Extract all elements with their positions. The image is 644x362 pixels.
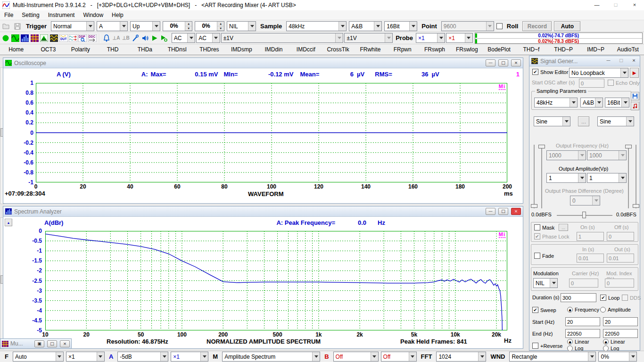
- derived-data-point-icon[interactable]: [69, 33, 77, 43]
- level-b-coarse-slider[interactable]: [628, 145, 629, 208]
- sweep-end-a-input[interactable]: 22050: [565, 329, 600, 338]
- minimize-button[interactable]: —: [603, 58, 613, 65]
- menu-setting[interactable]: Setting: [17, 10, 43, 20]
- generator-channels-select[interactable]: A&B: [580, 98, 603, 107]
- app-close-button[interactable]: ×: [625, 0, 644, 10]
- oscilloscope-icon[interactable]: [11, 33, 19, 43]
- trigger-hpf-select[interactable]: NIL: [227, 21, 256, 31]
- tab-home[interactable]: Home: [0, 44, 32, 55]
- trigger-source-select[interactable]: A: [97, 21, 128, 31]
- close-button[interactable]: ×: [511, 208, 521, 215]
- tab-frpwn[interactable]: FRpwn: [387, 44, 419, 55]
- generator-play-button[interactable]: ▶: [630, 68, 639, 78]
- a-range-select[interactable]: -5dB: [117, 352, 168, 362]
- volume-icon[interactable]: [140, 33, 149, 43]
- frequency-range-select[interactable]: Auto: [13, 352, 64, 362]
- frequency-mult-select[interactable]: ×1: [66, 352, 105, 362]
- maximize-button[interactable]: □: [498, 59, 508, 66]
- waveform-a-select[interactable]: Sine: [534, 116, 570, 126]
- tab-frswph[interactable]: FRswph: [419, 44, 451, 55]
- probe-b-select[interactable]: ×1: [446, 33, 472, 43]
- slider-thumb[interactable]: [538, 145, 545, 148]
- sweep-checkbox[interactable]: ✔: [532, 307, 538, 313]
- linear-b-radio[interactable]: ●: [603, 339, 609, 345]
- app-maximize-button[interactable]: □: [606, 0, 625, 10]
- sound-calibration-icon[interactable]: [102, 33, 111, 43]
- tab-thd[interactable]: THD: [97, 44, 129, 55]
- tab-imddin[interactable]: IMDdin: [257, 44, 289, 55]
- ddc-viewer-icon[interactable]: DDC: [88, 33, 97, 43]
- sampling-channels-select[interactable]: A&B: [349, 21, 382, 31]
- slider-thumb[interactable]: [582, 212, 586, 218]
- multimeter-icon[interactable]: [30, 33, 39, 43]
- level-b-fine-slider[interactable]: [636, 145, 636, 208]
- tab-thda[interactable]: THDa: [129, 44, 161, 55]
- app-minimize-button[interactable]: —: [587, 0, 606, 10]
- slider-thumb[interactable]: [633, 204, 639, 208]
- restore-button[interactable]: ▣: [34, 340, 44, 347]
- level-a-coarse-slider[interactable]: [541, 145, 542, 208]
- fft-size-select[interactable]: 1024: [436, 352, 486, 362]
- tab-thd-f[interactable]: THD~f: [515, 44, 547, 55]
- reverse-checkbox[interactable]: [532, 343, 538, 349]
- amplitude-a-select[interactable]: 1: [546, 173, 586, 183]
- tab-thd-p[interactable]: THD~P: [547, 44, 579, 55]
- tab-polarity[interactable]: Polarity: [65, 44, 97, 55]
- measurement-mode-select[interactable]: Amplitude Spectrum: [222, 352, 320, 362]
- tab-frwhite[interactable]: FRwhite: [354, 44, 386, 55]
- slider-thumb[interactable]: [625, 145, 632, 148]
- menu-file[interactable]: File: [0, 10, 17, 20]
- ddp-viewer-icon[interactable]: DDP: [78, 33, 87, 43]
- sampling-rate-select[interactable]: 48kHz: [286, 21, 347, 31]
- window-type-select[interactable]: Rectangle: [509, 352, 596, 362]
- b-mode-select[interactable]: Off: [333, 352, 379, 362]
- b-mode2-select[interactable]: Off: [381, 352, 417, 362]
- spectrum-3d-plot-icon[interactable]: [40, 33, 49, 43]
- level-a-fine-slider[interactable]: [534, 145, 535, 208]
- close-button[interactable]: ×: [629, 58, 639, 65]
- open-wave-library-button[interactable]: [631, 102, 639, 110]
- tab-bodeplot[interactable]: BodePlot: [483, 44, 515, 55]
- sweep-start-a-input[interactable]: 20: [565, 317, 600, 326]
- tab-imd-p[interactable]: IMD~P: [579, 44, 611, 55]
- signal-generator-icon[interactable]: [50, 33, 58, 43]
- linear-a-radio[interactable]: ●: [567, 339, 573, 345]
- tab-frswlog[interactable]: FRswlog: [451, 44, 483, 55]
- menu-instrument[interactable]: Instrument: [44, 10, 79, 20]
- modulation-select[interactable]: NIL: [533, 278, 558, 288]
- minimize-button[interactable]: —: [486, 208, 495, 215]
- save-signal-button[interactable]: [631, 92, 639, 100]
- maximize-button[interactable]: □: [616, 58, 626, 65]
- minimize-button[interactable]: —: [486, 59, 495, 66]
- open-file-icon[interactable]: [1, 22, 10, 31]
- coupling-b-select[interactable]: AC: [196, 33, 220, 43]
- coupling-a-select[interactable]: AC: [172, 33, 196, 43]
- play-icon[interactable]: [150, 33, 159, 43]
- amplitude-b-select[interactable]: 1: [587, 173, 627, 183]
- sweep-end-b-input[interactable]: 22050: [603, 329, 638, 338]
- sweep-frequency-radio[interactable]: ●: [567, 307, 573, 313]
- duration-input[interactable]: 300: [561, 293, 596, 302]
- trigger-edge-select[interactable]: Up: [130, 21, 160, 31]
- sweep-amplitude-radio[interactable]: [600, 307, 606, 313]
- waveform-b-select[interactable]: Sine: [597, 116, 634, 126]
- maximize-button[interactable]: □: [498, 208, 508, 215]
- probe-calibration-icon[interactable]: [131, 33, 140, 43]
- tab-thdnsl[interactable]: THDnsl: [161, 44, 193, 55]
- show-editor-checkbox[interactable]: ✔: [532, 69, 538, 75]
- close-button[interactable]: ×: [511, 59, 521, 66]
- overlap-select[interactable]: 0%: [598, 352, 637, 362]
- scroll-up-button[interactable]: ▲: [5, 219, 12, 226]
- tab-imdccif[interactable]: IMDccif: [290, 44, 322, 55]
- probe-a-select[interactable]: ×1: [416, 33, 445, 43]
- menu-help[interactable]: Help: [107, 10, 128, 20]
- sampling-bits-select[interactable]: 16Bit: [384, 21, 417, 31]
- play-loop-icon[interactable]: [160, 33, 168, 43]
- trigger-level-stepper[interactable]: 0%▲▼: [163, 21, 192, 31]
- generator-bits-select[interactable]: 16Bit: [605, 98, 629, 107]
- device-under-test-icon[interactable]: DUT: [59, 33, 67, 43]
- tab-imdsmp[interactable]: IMDsmp: [225, 44, 257, 55]
- trigger-delay-stepper[interactable]: 0%▲▼: [195, 21, 224, 31]
- tab-oct3[interactable]: OCT3: [32, 44, 64, 55]
- sweep-start-b-input[interactable]: 20: [603, 317, 638, 326]
